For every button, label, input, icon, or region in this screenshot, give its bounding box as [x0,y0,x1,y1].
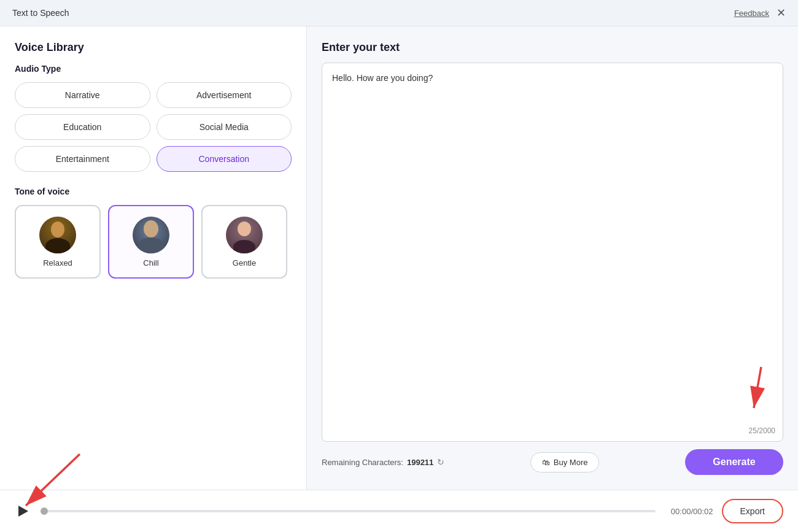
tone-chill[interactable]: Chill [108,205,194,279]
voice-library-title: Voice Library [15,41,292,54]
tone-title: Tone of voice [15,187,292,196]
audio-type-advertisement[interactable]: Advertisement [157,82,292,108]
feedback-link[interactable]: Feedback [734,9,769,18]
title-bar-right: Feedback ✕ [734,7,786,18]
audio-type-education[interactable]: Education [15,114,150,140]
remaining-value: 199211 [407,458,433,467]
play-icon [18,506,28,517]
tone-chill-label: Chill [143,258,158,268]
left-panel: Voice Library Audio Type Narrative Adver… [0,26,307,490]
close-button[interactable]: ✕ [777,7,786,18]
time-display: 00:00/00:02 [664,507,713,516]
audio-type-narrative[interactable]: Narrative [15,82,150,108]
text-input[interactable]: Hello. How are you doing? [332,73,773,431]
remaining-chars: Remaining Characters: 199211 ↻ [322,457,444,467]
export-button[interactable]: Export [722,499,783,523]
buy-more-label: Buy More [554,458,588,467]
buy-more-button[interactable]: 🛍 Buy More [530,452,600,472]
tone-gentle-label: Gentle [233,258,256,268]
tone-relaxed-avatar [39,217,76,253]
audio-type-social-media[interactable]: Social Media [157,114,292,140]
audio-type-title: Audio Type [15,64,292,74]
buy-more-icon: 🛍 [542,458,550,467]
text-area-container: Hello. How are you doing? 25/2000 [322,63,783,442]
generate-button[interactable]: Generate [685,449,783,475]
char-count: 25/2000 [749,426,775,435]
app-title: Text to Speech [12,8,69,18]
remaining-label: Remaining Characters: [322,458,403,467]
enter-text-title: Enter your text [322,41,783,54]
title-bar: Text to Speech Feedback ✕ [0,0,798,26]
audio-type-conversation[interactable]: Conversation [157,146,292,172]
right-bottom-bar: Remaining Characters: 199211 ↻ 🛍 Buy Mor… [322,449,783,475]
audio-type-grid: Narrative Advertisement Education Social… [15,82,292,172]
tone-chill-avatar [133,217,169,253]
progress-container [41,510,656,512]
right-panel: Enter your text Hello. How are you doing… [307,26,798,490]
progress-track[interactable] [41,510,656,512]
tone-grid: Relaxed Chill Gentle [15,205,292,279]
tone-gentle-avatar [226,217,263,253]
main-container: Voice Library Audio Type Narrative Adver… [0,26,798,490]
tone-relaxed-label: Relaxed [43,258,72,268]
player-bar: 00:00/00:02 Export [0,490,798,532]
tone-relaxed[interactable]: Relaxed [15,205,101,279]
tone-gentle[interactable]: Gentle [201,205,287,279]
progress-thumb [41,507,48,515]
play-button[interactable] [15,503,32,520]
refresh-icon[interactable]: ↻ [437,457,444,467]
audio-type-entertainment[interactable]: Entertainment [15,146,150,172]
